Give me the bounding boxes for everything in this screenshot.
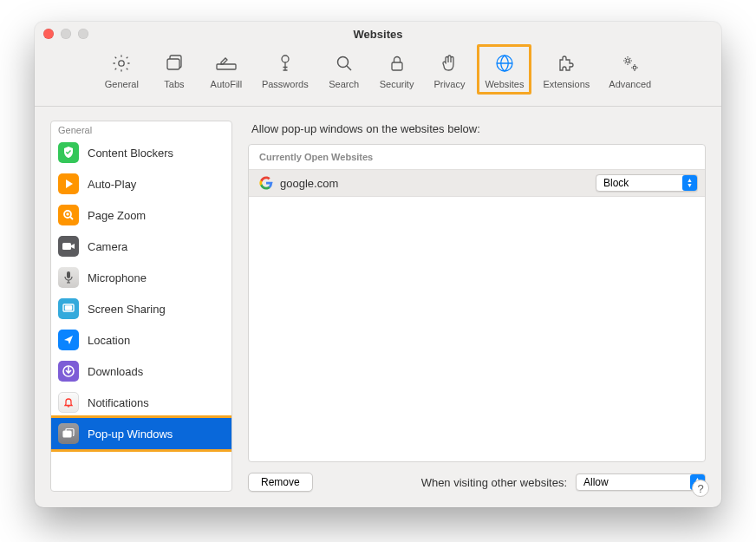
sidebar-item-downloads[interactable]: Downloads — [51, 356, 231, 387]
sidebar-item-auto-play[interactable]: Auto-Play — [51, 168, 231, 199]
sidebar-section-header: General — [51, 121, 231, 137]
window-stack-icon — [58, 423, 79, 444]
svg-point-8 — [633, 66, 636, 69]
sidebar-item-label: Microphone — [88, 271, 147, 284]
main-title: Allow pop-up windows on the websites bel… — [248, 121, 706, 144]
sidebar-item-label: Auto-Play — [88, 178, 136, 191]
question-mark-icon: ? — [697, 482, 703, 495]
svg-point-7 — [626, 59, 629, 62]
microphone-icon — [58, 267, 79, 288]
sidebar-item-notifications[interactable]: Notifications — [51, 387, 231, 418]
puzzle-icon — [554, 51, 578, 75]
hand-icon — [437, 51, 461, 75]
tab-advanced[interactable]: Advanced — [603, 48, 656, 93]
sidebar-list: Content Blockers Auto-Play Page Zoom — [51, 137, 231, 491]
shield-check-icon — [58, 142, 79, 163]
svg-rect-10 — [62, 243, 71, 250]
tab-label: Passwords — [262, 79, 309, 89]
camera-icon — [58, 236, 79, 257]
sidebar-item-screen-sharing[interactable]: Screen Sharing — [51, 293, 231, 324]
tab-label: Privacy — [433, 79, 465, 89]
gear-icon — [109, 51, 134, 75]
svg-point-0 — [119, 61, 124, 66]
preferences-toolbar: General Tabs AutoFill Passwords Search — [35, 46, 721, 107]
websites-table: Currently Open Websites google.com Block… — [248, 144, 706, 462]
download-icon — [58, 361, 79, 382]
svg-rect-1 — [167, 59, 179, 69]
main-panel: Allow pop-up windows on the websites bel… — [248, 121, 706, 492]
tab-label: Extensions — [543, 79, 590, 89]
pen-field-icon — [214, 51, 238, 75]
sidebar-item-label: Location — [88, 334, 130, 347]
lock-icon — [385, 51, 409, 75]
svg-rect-15 — [63, 431, 71, 437]
tab-label: Security — [380, 79, 414, 89]
content-area: General Content Blockers Auto-Play — [35, 107, 721, 507]
screen-share-icon — [58, 298, 79, 319]
sidebar-item-content-blockers[interactable]: Content Blockers — [51, 137, 231, 168]
sidebar-item-label: Camera — [88, 240, 127, 253]
sidebar-item-label: Page Zoom — [88, 209, 146, 222]
tab-websites[interactable]: Websites — [479, 48, 529, 93]
zoom-icon — [58, 205, 79, 225]
tabs-icon — [162, 51, 186, 75]
svg-point-3 — [282, 56, 289, 62]
location-arrow-icon — [58, 330, 79, 350]
row-site: google.com — [259, 176, 338, 190]
sidebar-item-location[interactable]: Location — [51, 324, 231, 356]
sidebar-item-label: Downloads — [88, 365, 143, 378]
search-icon — [332, 51, 356, 75]
sidebar-item-label: Content Blockers — [88, 147, 173, 160]
tab-general[interactable]: General — [100, 48, 144, 93]
sidebar-item-popup-windows[interactable]: Pop-up Windows — [51, 418, 231, 449]
tab-autofill[interactable]: AutoFill — [205, 48, 248, 93]
website-row[interactable]: google.com Block ▲▼ — [249, 169, 705, 197]
tab-search[interactable]: Search — [323, 48, 366, 93]
svg-rect-2 — [217, 64, 236, 69]
other-websites-label: When visiting other websites: — [421, 476, 567, 489]
help-button[interactable]: ? — [692, 480, 709, 497]
svg-rect-13 — [66, 306, 72, 310]
titlebar: Websites — [35, 22, 721, 46]
tab-label: Advanced — [609, 79, 651, 89]
sidebar-item-label: Pop-up Windows — [88, 428, 173, 441]
preferences-window: Websites General Tabs AutoFill Passwords — [35, 22, 721, 507]
row-setting-select[interactable]: Block ▲▼ — [596, 174, 698, 192]
tab-label: Search — [329, 79, 359, 89]
key-icon — [273, 51, 297, 75]
svg-point-4 — [337, 57, 348, 68]
svg-rect-5 — [392, 62, 402, 70]
sidebar-item-label: Screen Sharing — [88, 303, 166, 316]
tab-label: AutoFill — [211, 79, 243, 89]
sidebar-item-label: Notifications — [88, 396, 149, 409]
sidebar-item-page-zoom[interactable]: Page Zoom — [51, 199, 231, 231]
website-domain: google.com — [280, 177, 338, 190]
tab-tabs[interactable]: Tabs — [153, 48, 196, 93]
google-favicon-icon — [259, 176, 273, 190]
footer-right: When visiting other websites: Allow ▲▼ — [421, 473, 706, 491]
play-icon — [58, 173, 79, 194]
tab-extensions[interactable]: Extensions — [538, 48, 595, 93]
tab-security[interactable]: Security — [375, 48, 420, 93]
sidebar-item-microphone[interactable]: Microphone — [51, 262, 231, 293]
tab-label: Websites — [485, 79, 524, 89]
row-setting-value: Block — [596, 174, 698, 192]
table-section-header: Currently Open Websites — [249, 145, 705, 169]
sidebar: General Content Blockers Auto-Play — [50, 121, 232, 492]
window-title: Websites — [35, 28, 721, 41]
main-footer: Remove When visiting other websites: All… — [248, 462, 706, 492]
bell-icon — [58, 392, 79, 413]
tab-passwords[interactable]: Passwords — [257, 48, 314, 93]
remove-button[interactable]: Remove — [248, 473, 313, 492]
other-websites-value: Allow — [576, 473, 706, 491]
globe-icon — [492, 51, 517, 75]
tab-label: General — [105, 79, 139, 89]
other-websites-select[interactable]: Allow ▲▼ — [576, 473, 706, 491]
tab-label: Tabs — [164, 79, 184, 89]
gears-icon — [618, 51, 642, 75]
svg-rect-11 — [67, 271, 70, 278]
sidebar-item-camera[interactable]: Camera — [51, 231, 231, 262]
tab-privacy[interactable]: Privacy — [427, 48, 471, 93]
